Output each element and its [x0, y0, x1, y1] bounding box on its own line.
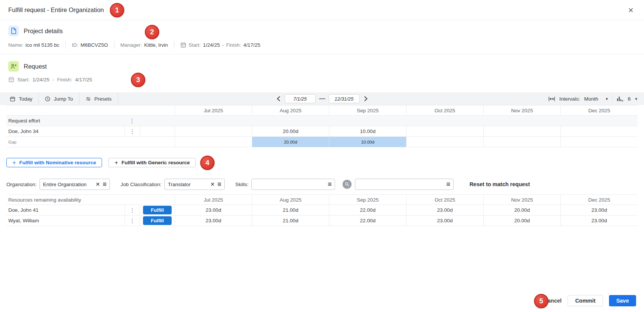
effort-cell[interactable]: [406, 126, 483, 136]
skills-label: Skills:: [235, 182, 248, 187]
request-title: Request: [24, 63, 47, 70]
organization-label: Organization:: [6, 182, 37, 187]
availability-row: Doe, John 41 ⋮ Fulfill 23.00d 21.00d 22.…: [6, 205, 638, 216]
today-button[interactable]: Today: [4, 92, 39, 105]
job-classification-input[interactable]: Translator ✕ ≡: [164, 179, 225, 190]
gap-cell-highlighted: 10.00d: [329, 137, 406, 147]
sliders-icon: [85, 96, 91, 102]
gap-row: Gap 20.00d 10.00d: [6, 137, 638, 147]
intervals-icon: [548, 96, 555, 102]
fulfill-generic-button[interactable]: + Fulfill with Generic resource: [108, 158, 196, 167]
project-dates: Start: 1/24/25 - Finish: 4/17/25: [174, 41, 266, 49]
step-badge-4: 4: [200, 156, 215, 170]
project-details-section: Project details Name: ico mil 5135 bc ID…: [0, 20, 644, 54]
month-header: Aug 2025: [252, 195, 329, 205]
project-id: ID: M6BCVZ5O: [66, 41, 114, 49]
presets-button[interactable]: Presets: [79, 92, 118, 105]
reset-to-match-request-button[interactable]: Reset to match request: [469, 181, 530, 187]
month-header: Aug 2025: [252, 106, 329, 115]
person-add-icon: [8, 61, 19, 72]
month-header: Dec 2025: [560, 195, 638, 205]
gap-cell: [560, 137, 638, 147]
effort-cell[interactable]: [560, 126, 638, 136]
skills-input[interactable]: ≡: [251, 179, 335, 190]
document-icon: [8, 26, 19, 36]
footer-actions: Cancel Commit Save: [544, 295, 636, 306]
commit-button[interactable]: Commit: [568, 295, 603, 306]
month-header: Dec 2025: [560, 106, 638, 115]
kebab-menu-icon[interactable]: ⋮: [125, 205, 140, 215]
plus-icon: +: [12, 160, 16, 166]
availability-row: Wyat, William ⋮ Fulfill 23.00d 21.00d 22…: [6, 216, 638, 226]
availability-cell: 22.00d: [329, 205, 406, 215]
kebab-menu-icon[interactable]: ⋮: [125, 116, 140, 126]
chart-count-icon: #: [617, 96, 624, 102]
availability-cell: 22.00d: [329, 216, 406, 226]
fulfill-button[interactable]: Fulfill: [143, 206, 172, 214]
gap-cell: [406, 137, 483, 147]
effort-cell[interactable]: 10.00d: [329, 126, 406, 136]
month-header: Oct 2025: [406, 195, 483, 205]
project-name: Name: ico mil 5135 bc: [8, 41, 66, 49]
svg-text:#: #: [621, 99, 623, 102]
date-range-nav: —: [276, 94, 368, 103]
list-picker-icon[interactable]: ≡: [103, 182, 107, 187]
availability-cell: 23.00d: [175, 205, 252, 215]
step-badge-1: 1: [110, 3, 124, 17]
request-table-header: Jul 2025 Aug 2025 Sep 2025 Oct 2025 Nov …: [6, 105, 638, 116]
chevron-right-icon[interactable]: [363, 95, 368, 102]
list-picker-icon[interactable]: ≡: [446, 182, 451, 187]
month-header: Oct 2025: [406, 106, 483, 115]
request-resource-row: Doe, John 34 ⋮ 20.00d 10.00d: [6, 126, 638, 137]
calendar-icon: [8, 76, 14, 83]
month-header: Jul 2025: [175, 195, 252, 205]
fulfill-actions-row: + Fulfill with Nominative resource + Ful…: [6, 158, 638, 167]
range-start-input[interactable]: [285, 94, 315, 103]
availability-cell: 23.00d: [560, 216, 638, 226]
effort-cell[interactable]: [175, 126, 252, 136]
availability-table: Resources remaining availability Jul 202…: [6, 194, 638, 226]
effort-cell[interactable]: 20.00d: [252, 126, 329, 136]
kebab-menu-icon[interactable]: ⋮: [125, 216, 140, 226]
clear-icon[interactable]: ✕: [96, 181, 100, 187]
month-header: Jul 2025: [175, 106, 252, 115]
step-badge-3: 3: [131, 73, 145, 87]
list-picker-icon[interactable]: ≡: [218, 182, 222, 187]
today-calendar-icon: [10, 96, 15, 102]
effort-cell[interactable]: [483, 126, 560, 136]
kebab-menu-icon[interactable]: ⋮: [125, 126, 140, 136]
gap-cell: [483, 137, 560, 147]
search-icon[interactable]: [343, 180, 352, 189]
dialog-titlebar: Fulfill request - Entire Organization ×: [0, 0, 644, 20]
row-label: Request effort: [6, 116, 125, 126]
close-icon[interactable]: ×: [626, 5, 636, 15]
fulfill-nominative-button[interactable]: + Fulfill with Nominative resource: [6, 158, 102, 167]
save-button[interactable]: Save: [609, 295, 636, 306]
row-label: Gap: [6, 137, 175, 147]
range-end-input[interactable]: [329, 94, 359, 103]
resource-search-input[interactable]: ≡: [355, 179, 454, 190]
project-manager: Manager: Kittle, Irvin: [114, 41, 174, 49]
toolbar-divider: [612, 95, 612, 103]
interval-select[interactable]: Month ▾: [584, 96, 608, 102]
list-picker-icon[interactable]: ≡: [328, 182, 332, 187]
timeline-toolbar: Today Jump To Presets: [0, 92, 644, 105]
clear-icon[interactable]: ✕: [210, 181, 215, 187]
chevron-left-icon[interactable]: [276, 95, 281, 102]
request-effort-row: Request effort ⋮: [6, 116, 638, 126]
resource-name: Wyat, William: [6, 216, 125, 226]
organization-input[interactable]: Entire Organization ✕ ≡: [40, 179, 110, 190]
resource-filter-row: Organization: Entire Organization ✕ ≡ Jo…: [6, 179, 638, 190]
gap-cell-highlighted: 20.00d: [252, 137, 329, 147]
chart-count-select[interactable]: 6 ▾: [628, 96, 637, 102]
row-label: Doe, John 34: [6, 126, 125, 136]
range-dash: —: [319, 95, 325, 102]
job-classification-label: Job Classification:: [120, 182, 161, 187]
dialog-title: Fulfill request - Entire Organization: [8, 6, 104, 14]
availability-cell: 21.00d: [252, 205, 329, 215]
request-effort-table: Jul 2025 Aug 2025 Sep 2025 Oct 2025 Nov …: [6, 105, 638, 147]
jump-to-button[interactable]: Jump To: [39, 92, 79, 105]
fulfill-button[interactable]: Fulfill: [143, 216, 172, 225]
gap-cell: [175, 137, 252, 147]
plus-icon: +: [114, 160, 118, 166]
